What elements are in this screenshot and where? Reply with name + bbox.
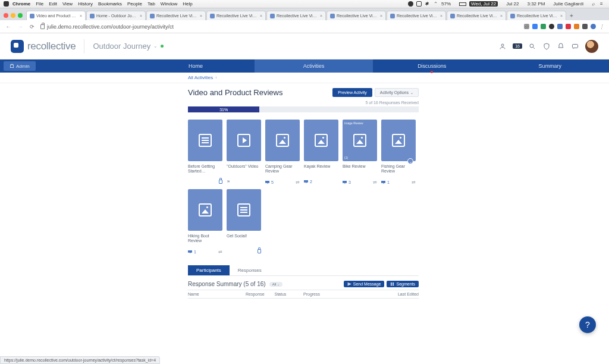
activity-options-button[interactable]: Activity Options⌄ — [375, 88, 419, 97]
search-icon[interactable]: ⌕ — [592, 1, 597, 7]
mac-menu[interactable]: Window — [161, 1, 177, 7]
url-text[interactable]: julie.demo.recollective.com/outdoor-jour… — [47, 24, 174, 30]
svg-rect-5 — [393, 283, 394, 284]
summary-title: Response Summary (5 of 16) — [188, 281, 266, 287]
activity-card[interactable]: Kayak Review2 — [304, 120, 338, 185]
mac-menu[interactable]: Bookmarks — [98, 1, 122, 7]
ext-icon[interactable] — [557, 24, 563, 29]
nav-summary[interactable]: Summary — [491, 59, 609, 73]
mac-menu[interactable]: People — [127, 1, 142, 7]
favicon — [270, 14, 275, 18]
status-icon — [416, 1, 422, 7]
browser-tab[interactable]: Recollective Live Video Int…× — [327, 11, 386, 20]
activity-card[interactable]: ⌄Fishing Gear Review1⇄ — [381, 120, 416, 185]
mac-menu[interactable]: Edit — [49, 1, 57, 7]
segments-button[interactable]: Segments — [387, 281, 419, 287]
filter-pill[interactable]: All⌄ — [269, 282, 283, 287]
svg-point-0 — [501, 44, 504, 46]
activity-card[interactable]: Get Social! — [227, 189, 261, 255]
response-tabs: Participants Responses — [188, 265, 419, 276]
mac-menu[interactable]: Help — [183, 1, 192, 7]
close-icon[interactable]: × — [380, 14, 382, 18]
breadcrumb-link[interactable]: All Activities — [188, 75, 213, 80]
response-count: 1 — [194, 250, 196, 254]
browser-tab[interactable]: Recollective Live Video Int…× — [146, 11, 206, 20]
send-message-button[interactable]: Send Message — [344, 281, 385, 287]
ext-icon[interactable]: ☆ — [524, 24, 529, 29]
ext-icon[interactable] — [574, 24, 579, 29]
mac-menu[interactable]: History — [78, 1, 93, 7]
ext-icon[interactable] — [532, 24, 538, 29]
help-fab[interactable]: ? — [579, 316, 596, 333]
nav-discussions[interactable]: Discussions — [373, 59, 491, 73]
preview-activity-button[interactable]: Preview Activity — [332, 88, 372, 97]
browser-tab[interactable]: Video and Product Review…× — [26, 11, 86, 20]
people-icon[interactable] — [498, 42, 507, 51]
avatar[interactable] — [585, 40, 598, 53]
close-icon[interactable]: × — [200, 14, 202, 18]
browser-tab[interactable]: Home - Outdoor Journey× — [86, 11, 146, 20]
close-icon[interactable]: × — [80, 14, 82, 18]
tab-label: Recollective Live Video Int… — [156, 14, 198, 18]
tab-participants[interactable]: Participants — [188, 265, 230, 275]
browser-tab[interactable]: Recollective Live Video Int…× — [387, 11, 446, 20]
mac-date: Jul 22 — [506, 1, 519, 7]
mac-day: Wed, Jul 22 — [469, 1, 498, 7]
close-icon[interactable]: × — [320, 14, 322, 18]
activity-card[interactable]: Image Review(1)Bike Review3⇄ — [343, 120, 377, 185]
logo[interactable]: recollective — [11, 40, 76, 53]
mac-menu[interactable]: File — [36, 1, 43, 7]
chevron-down-icon[interactable]: ⌄ — [407, 158, 413, 164]
reload-button[interactable]: ⟳ — [29, 24, 36, 30]
table-header: Name Response Status Progress Last Edite… — [188, 290, 419, 299]
browser-tab[interactable]: Recollective Live Video Int…× — [266, 11, 326, 20]
svg-rect-2 — [573, 44, 578, 48]
svg-rect-7 — [393, 284, 394, 285]
close-icon[interactable]: × — [560, 14, 563, 18]
search-icon[interactable] — [528, 42, 536, 51]
nav-home[interactable]: Home — [137, 59, 255, 73]
back-button[interactable]: ← — [5, 24, 12, 30]
nav-activities[interactable]: Activities — [255, 59, 373, 73]
apple-icon[interactable] — [4, 1, 9, 7]
ext-icon[interactable] — [549, 24, 554, 29]
close-icon[interactable]: × — [440, 14, 442, 18]
message-icon[interactable] — [571, 42, 579, 51]
form-icon — [237, 203, 250, 216]
breadcrumb-row: All Activities › — [0, 73, 609, 83]
close-icon[interactable]: × — [140, 14, 142, 18]
ext-icon[interactable] — [582, 24, 588, 29]
window-close[interactable] — [4, 13, 8, 18]
mac-menu[interactable]: View — [62, 1, 73, 7]
window-max[interactable] — [18, 13, 23, 18]
close-icon[interactable]: × — [260, 14, 262, 18]
activity-card[interactable]: Hiking Boot Review1⇄ — [188, 189, 222, 255]
browser-tab[interactable]: Recollective Live Video Int…× — [206, 11, 266, 20]
admin-button[interactable]: Admin — [4, 61, 36, 71]
mac-app[interactable]: Chrome — [12, 1, 30, 7]
activity-card[interactable]: Before Getting Started… — [188, 120, 222, 185]
new-tab-button[interactable]: + — [567, 12, 576, 20]
browser-tab[interactable]: Recollective Live Video Int…× — [507, 11, 566, 20]
shield-icon[interactable] — [542, 42, 551, 51]
tab-responses[interactable]: Responses — [230, 265, 270, 275]
card-title: Kayak Review — [304, 164, 338, 174]
project-selector[interactable]: Outdoor Journey ⌄ — [93, 42, 164, 51]
window-min[interactable] — [11, 13, 15, 18]
response-icon — [265, 181, 269, 184]
close-icon[interactable]: × — [500, 14, 503, 18]
shuffle-icon: ⇄ — [373, 180, 377, 185]
mac-menu[interactable]: Tab — [147, 1, 155, 7]
activity-card[interactable]: "Outdoors" Video⚑ — [227, 120, 261, 185]
bell-icon[interactable] — [557, 42, 565, 51]
ext-icon[interactable] — [566, 24, 571, 29]
ext-icon[interactable] — [591, 24, 596, 29]
activity-card[interactable]: Camping Gear Review5⇄ — [265, 120, 300, 185]
forward-button[interactable]: → — [17, 24, 24, 30]
chrome-menu-icon[interactable]: ⋮ — [599, 24, 604, 29]
ext-icon[interactable] — [541, 24, 546, 29]
menu-icon[interactable]: ≡ — [600, 1, 605, 7]
browser-tabbar: Video and Product Review…×Home - Outdoor… — [0, 8, 609, 20]
browser-tab[interactable]: Recollective Live Video Int…× — [447, 11, 506, 20]
tab-label: Recollective Live Video Int… — [216, 14, 258, 18]
